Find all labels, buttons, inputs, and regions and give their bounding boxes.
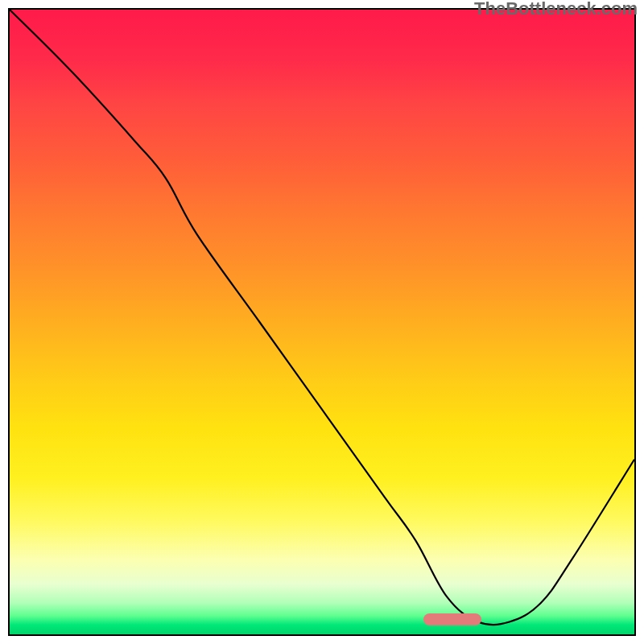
bottleneck-curve	[10, 10, 634, 625]
chart-container	[8, 8, 636, 636]
attribution-label: TheBottleneck.com	[474, 0, 638, 19]
optimal-marker	[423, 613, 481, 625]
curve-layer	[10, 10, 634, 634]
